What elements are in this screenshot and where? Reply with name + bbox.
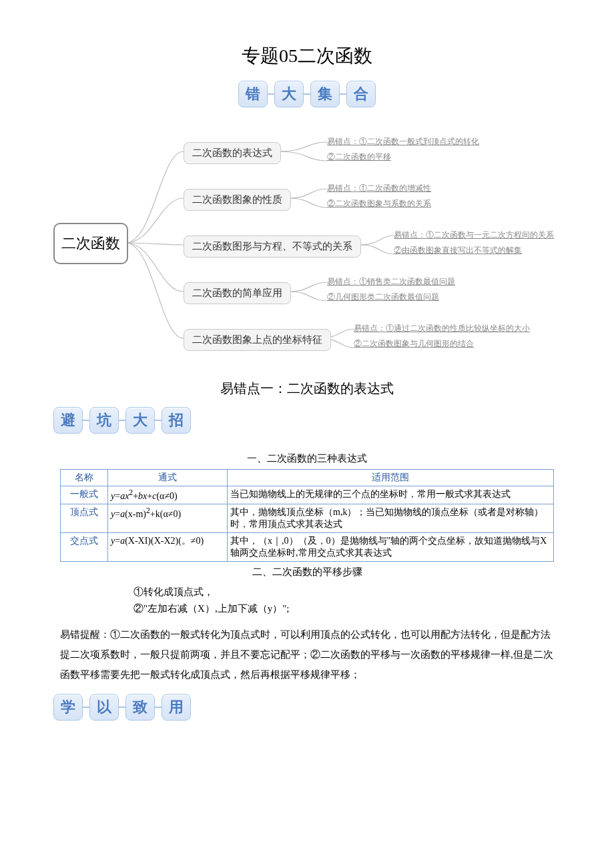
th-name: 名称 (61, 470, 108, 486)
banner-tips: 避 坑 大 招 (53, 407, 554, 434)
pill: 集 (310, 81, 340, 107)
mindmap-leaf: 易错点：①二次函数与一元二次方程间的关系 (394, 228, 554, 243)
pill: 大 (125, 407, 155, 434)
pill: 坑 (89, 407, 119, 434)
table-row: 一般式 y=ax2+bx+c(α≠0) 当已知抛物线上的无规律的三个点的坐标时，… (61, 486, 554, 504)
mindmap-leaf: 易错点：①二次函数的增减性 (327, 181, 431, 196)
pill-sep (268, 93, 274, 95)
cell-formula: y=a(X-XI)(X-X2)(。≠0) (108, 532, 228, 561)
mindmap-leaf: ②二次函数图象与几何图形的结合 (354, 336, 474, 352)
pill: 避 (53, 407, 83, 434)
cell-name: 顶点式 (61, 504, 108, 532)
pill-sep (83, 420, 89, 421)
sub-title-2: 二、二次函数的平移步骤 (60, 566, 554, 578)
table-row: 交点式 y=a(X-XI)(X-X2)(。≠0) 其中，（x｜,0）（及，0）是… (61, 532, 554, 561)
banner-mistakes: 错 大 集 合 (60, 81, 554, 107)
cell-formula: y=a(x-m)2+k(α≠0) (108, 504, 228, 532)
mindmap-node: 二次函数的简单应用 (184, 282, 291, 304)
mindmap-node: 二次函数图形与方程、不等式的关系 (184, 236, 361, 258)
step-2: ②"左加右减（X）,上加下减（y）"; (133, 600, 554, 618)
expression-table: 名称 通式 适用范围 一般式 y=ax2+bx+c(α≠0) 当已知抛物线上的无… (60, 469, 554, 562)
table-caption: 一、二次函数的三种表达式 (60, 452, 554, 465)
mindmap-node: 二次函数图象上点的坐标特征 (184, 329, 331, 351)
mindmap-leaf: ②二次函数的平移 (327, 149, 391, 165)
cell-desc: 其中，（x｜,0）（及，0）是抛物线与"轴的两个交点坐标，故知道抛物线与X轴两交… (228, 532, 554, 561)
mindmap-leaf: ②几何图形类二次函数最值问题 (327, 290, 439, 305)
mindmap-leaf: 易错点：①二次函数一般式到顶点式的转化 (327, 134, 479, 149)
pill: 以 (89, 694, 119, 721)
reminder-paragraph: 易错提醒：①二次函数的一般式转化为顶点式时，可以利用顶点的公式转化，也可以用配方… (60, 624, 554, 685)
mindmap-node: 二次函数的表达式 (184, 142, 281, 164)
page-title: 专题05二次函数 (60, 43, 554, 69)
table-row: 顶点式 y=a(x-m)2+k(α≠0) 其中，抛物线顶点坐标（m,k）；当已知… (61, 504, 554, 532)
pill: 学 (53, 694, 83, 721)
steps: ①转化成顶点式， ②"左加右减（X）,上加下减（y）"; (133, 584, 554, 618)
pill: 致 (125, 694, 155, 721)
pill: 招 (162, 407, 191, 434)
mindmap-leaf: ②由函数图象直接写出不等式的解集 (394, 243, 522, 258)
pill-sep (83, 707, 89, 708)
pill-sep (340, 93, 346, 95)
mindmap-leaf: ②二次函数图象与系数的关系 (327, 196, 431, 211)
cell-desc: 当已知抛物线上的无规律的三个点的坐标时，常用一般式求其表达式 (228, 486, 554, 504)
pill: 大 (274, 81, 304, 107)
cell-desc: 其中，抛物线顶点坐标（m,k）；当已知抛物线的顶点坐标（或者是对称轴）时，常用顶… (228, 504, 554, 532)
th-scope: 适用范围 (228, 470, 554, 486)
section-title: 易错点一：二次函数的表达式 (60, 380, 554, 398)
cell-formula: y=ax2+bx+c(α≠0) (108, 486, 228, 504)
mindmap-node: 二次函数图象的性质 (184, 189, 291, 211)
cell-name: 一般式 (61, 486, 108, 504)
pill-sep (155, 420, 162, 421)
pill-sep (119, 420, 125, 421)
pill: 合 (346, 81, 376, 107)
mindmap-leaf: 易错点：①通过二次函数的性质比较纵坐标的大小 (354, 321, 530, 336)
pill-sep (304, 93, 310, 95)
mindmap-leaf: 易错点：①销售类二次函数最值问题 (327, 274, 455, 290)
cell-name: 交点式 (61, 532, 108, 561)
mindmap-root: 二次函数 (53, 223, 128, 264)
th-formula: 通式 (108, 470, 228, 486)
step-1: ①转化成顶点式， (133, 584, 554, 601)
pill-sep (119, 707, 125, 708)
pill-sep (155, 707, 162, 708)
pill: 用 (162, 694, 191, 721)
mindmap: 二次函数 二次函数的表达式 易错点：①二次函数一般式到顶点式的转化 ②二次函数的… (40, 126, 574, 366)
pill: 错 (238, 81, 268, 107)
banner-practice: 学 以 致 用 (53, 694, 554, 721)
